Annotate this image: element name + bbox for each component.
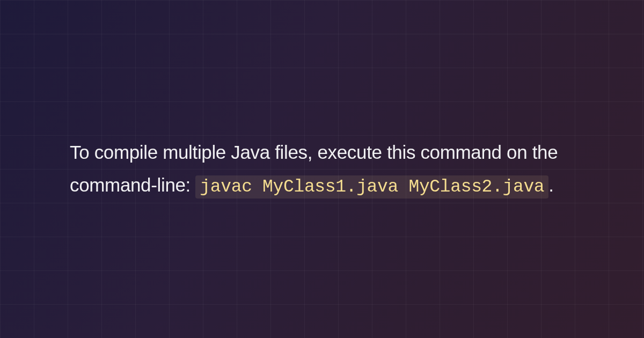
prose-text-after: . bbox=[548, 174, 553, 195]
instruction-text: To compile multiple Java files, execute … bbox=[70, 136, 574, 203]
code-snippet: javac MyClass1.java MyClass2.java bbox=[195, 175, 548, 199]
content-container: To compile multiple Java files, execute … bbox=[0, 0, 644, 338]
